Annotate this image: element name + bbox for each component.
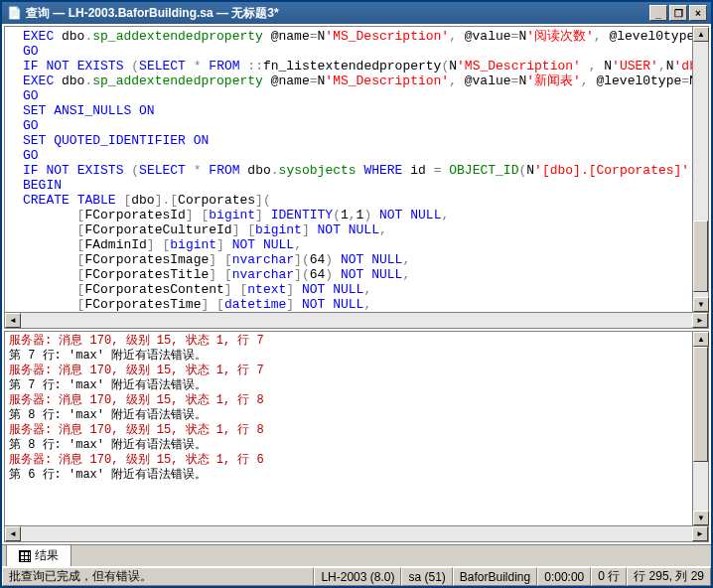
app-icon: 📄 (6, 5, 22, 21)
statusbar: 批查询已完成，但有错误。 LH-2003 (8.0) sa (51) Bafor… (2, 566, 711, 586)
titlebar[interactable]: 📄 查询 — LH-2003.BaforBuilding.sa — 无标题3* … (2, 2, 711, 24)
scroll-right-icon[interactable]: ► (692, 526, 708, 541)
status-time: 0:00:00 (537, 567, 591, 586)
editor-hscrollbar[interactable]: ◄ ► (5, 312, 708, 328)
maximize-button[interactable]: ❐ (669, 5, 687, 21)
status-message: 批查询已完成，但有错误。 (2, 567, 314, 586)
scroll-down-icon[interactable]: ▼ (693, 511, 709, 525)
output-hscrollbar[interactable]: ◄ ► (5, 525, 708, 541)
status-server: LH-2003 (8.0) (314, 567, 401, 586)
status-rows: 0 行 (591, 567, 627, 586)
scroll-left-icon[interactable]: ◄ (5, 313, 21, 328)
output-pane: 服务器: 消息 170, 级别 15, 状态 1, 行 7第 7 行: 'max… (4, 331, 709, 542)
window-title: 查询 — LH-2003.BaforBuilding.sa — 无标题3* (26, 5, 649, 22)
close-button[interactable]: × (689, 5, 707, 21)
scroll-up-icon[interactable]: ▲ (693, 332, 709, 347)
results-tab[interactable]: 结果 (6, 544, 71, 566)
grid-icon (19, 550, 31, 562)
scroll-up-icon[interactable]: ▲ (693, 27, 709, 42)
scroll-left-icon[interactable]: ◄ (5, 526, 21, 541)
output-messages[interactable]: 服务器: 消息 170, 级别 15, 状态 1, 行 7第 7 行: 'max… (5, 332, 692, 525)
minimize-button[interactable]: _ (649, 5, 667, 21)
sql-editor-pane: EXEC dbo.sp_addextendedproperty @name=N'… (4, 26, 709, 329)
scroll-right-icon[interactable]: ► (692, 313, 708, 328)
query-analyzer-window: 📄 查询 — LH-2003.BaforBuilding.sa — 无标题3* … (0, 0, 713, 588)
status-position: 行 295, 列 29 (627, 567, 711, 586)
scroll-down-icon[interactable]: ▼ (693, 297, 709, 312)
output-vscrollbar[interactable]: ▲ ▼ (692, 332, 708, 525)
editor-vscrollbar[interactable]: ▲ ▼ (692, 27, 708, 312)
status-database: BaforBuilding (453, 567, 537, 586)
sql-editor[interactable]: EXEC dbo.sp_addextendedproperty @name=N'… (5, 27, 692, 312)
tab-label: 结果 (35, 547, 59, 564)
result-tabbar: 结果 (2, 544, 711, 566)
status-user: sa (51) (401, 567, 452, 586)
